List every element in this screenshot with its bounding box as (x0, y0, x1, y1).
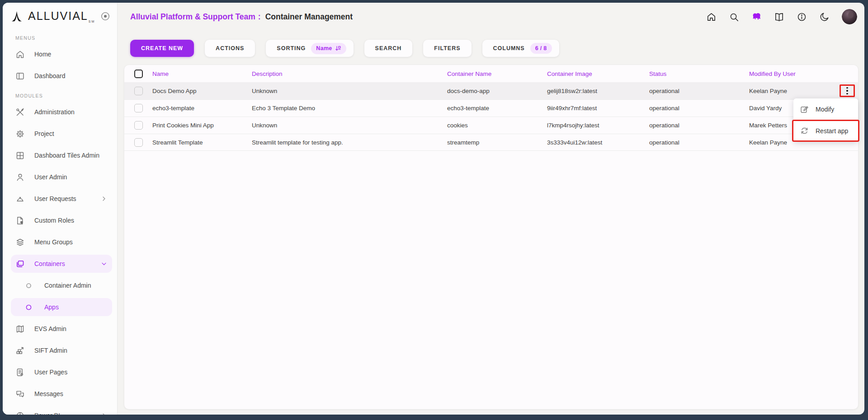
sidebar-item-administration[interactable]: Administration (11, 103, 112, 121)
sidebar-collapse-toggle[interactable] (100, 11, 111, 22)
column-header-container-image[interactable]: Container Image (547, 70, 649, 77)
actions-button[interactable]: ACTIONS (205, 40, 255, 57)
cell-name: Streamlit Template (152, 139, 252, 146)
sidebar-item-custom-roles[interactable]: Custom Roles (11, 211, 112, 229)
sort-descending-icon (335, 45, 341, 52)
sidebar-item-project[interactable]: Project (11, 125, 112, 143)
home-icon (15, 50, 25, 59)
row-context-menu: Modify Restart app (793, 98, 858, 142)
cell-status: operational (649, 122, 749, 129)
sidebar-item-user-requests[interactable]: User Requests (11, 190, 112, 208)
table-header-row: Name Description Container Name Containe… (124, 65, 858, 82)
cell-name: Print Cookies Mini App (152, 122, 252, 129)
pie-chart-icon (15, 411, 25, 415)
radio-circle-icon (24, 303, 33, 312)
context-menu-item-restart-app[interactable]: Restart app (792, 120, 859, 142)
sidebar-item-label: User Pages (34, 369, 67, 376)
sidebar-item-label: Messages (34, 390, 63, 397)
sidebar-item-label: Dashboard Tiles Admin (34, 152, 99, 159)
sidebar-item-container-admin[interactable]: Container Admin (11, 276, 112, 294)
breadcrumb-team: Alluvial Platform & Support Team (130, 12, 255, 21)
sorting-button[interactable]: SORTING Name (266, 40, 353, 57)
sidebar-item-label: Project (34, 130, 54, 137)
sidebar-item-dashboard[interactable]: Dashboard (11, 67, 112, 85)
sidebar-section-modules: MODULES (3, 93, 117, 98)
search-icon[interactable] (729, 12, 739, 22)
row-checkbox[interactable] (134, 121, 143, 130)
sidebar: ALLUVIALSM MENUS Home Dashboard MODULES … (3, 3, 118, 415)
table-row[interactable]: echo3-template Echo 3 Template Demo echo… (124, 99, 858, 117)
cloche-icon (15, 194, 25, 204)
search-button[interactable]: SEARCH (364, 40, 413, 57)
notifications-bells-icon[interactable] (751, 12, 762, 22)
containers-icon (15, 259, 25, 269)
logo-row: ALLUVIALSM (3, 3, 117, 30)
cell-status: operational (649, 88, 749, 94)
tools-icon (15, 107, 25, 117)
columns-button[interactable]: COLUMNS 6 / 8 (482, 40, 559, 57)
document-shield-icon (15, 216, 25, 225)
context-menu-item-modify[interactable]: Modify (793, 98, 858, 120)
cell-container-name: echo3-template (447, 105, 547, 112)
sidebar-item-dashboard-tiles-admin[interactable]: Dashboard Tiles Admin (11, 146, 112, 164)
sidebar-item-user-pages[interactable]: User Pages (11, 363, 112, 381)
cell-container-image: 9iir49xhr7mf:latest (547, 105, 649, 112)
cell-container-name: docs-demo-app (447, 88, 547, 94)
gear-icon (15, 129, 25, 139)
cell-description: Echo 3 Template Demo (252, 105, 447, 112)
breadcrumb: Alluvial Platform & Support Team:Contain… (130, 12, 353, 22)
chat-bubbles-icon (15, 389, 25, 399)
sidebar-section-menus: MENUS (3, 35, 117, 41)
cell-container-name: streamtemp (447, 139, 547, 146)
column-header-status[interactable]: Status (649, 70, 749, 77)
dark-mode-moon-icon[interactable] (819, 12, 830, 22)
table-row[interactable]: Streamlit Template Streamlit template fo… (124, 134, 858, 151)
columns-count-badge: 6 / 8 (530, 43, 552, 54)
sorting-value-badge: Name (311, 43, 346, 54)
sidebar-item-label: Dashboard (34, 72, 66, 79)
alluvial-peak-icon (10, 9, 24, 23)
home-icon[interactable] (706, 12, 717, 22)
sidebar-item-power-bi[interactable]: Power BI (11, 406, 112, 415)
window-frame: ALLUVIALSM MENUS Home Dashboard MODULES … (0, 0, 868, 420)
toolbar: CREATE NEW ACTIONS SORTING Name SEARCH F… (118, 31, 864, 57)
cell-status: operational (649, 105, 749, 112)
page-title: Container Management (265, 12, 353, 21)
filters-button[interactable]: FILTERS (423, 40, 471, 57)
sidebar-item-home[interactable]: Home (11, 45, 112, 63)
sidebar-item-label: Containers (34, 260, 65, 267)
sidebar-item-messages[interactable]: Messages (11, 385, 112, 403)
cell-container-name: cookies (447, 122, 547, 129)
info-icon[interactable] (797, 12, 807, 22)
user-avatar[interactable] (842, 9, 857, 24)
table-row[interactable]: Docs Demo App Unknown docs-demo-app geli… (124, 82, 858, 99)
sidebar-item-containers[interactable]: Containers (11, 255, 112, 273)
sidebar-item-apps[interactable]: Apps (11, 298, 112, 316)
sidebar-item-label: User Admin (34, 173, 67, 181)
context-menu-item-label: Modify (816, 106, 834, 113)
sidebar-item-sift-admin[interactable]: SIFT Admin (11, 341, 112, 359)
chevron-right-icon (100, 195, 108, 202)
cell-name: Docs Demo App (152, 88, 252, 94)
cell-container-image: l7kmp4rsojhy:latest (547, 122, 649, 129)
table-row[interactable]: Print Cookies Mini App Unknown cookies l… (124, 117, 858, 134)
row-checkbox[interactable] (134, 104, 143, 112)
column-header-container-name[interactable]: Container Name (447, 70, 547, 77)
kebab-menu-icon[interactable] (846, 87, 848, 95)
column-header-description[interactable]: Description (252, 70, 447, 77)
brand-name: ALLUVIALSM (28, 9, 95, 23)
sidebar-item-user-admin[interactable]: User Admin (11, 168, 112, 186)
sidebar-item-menu-groups[interactable]: Menu Groups (11, 233, 112, 251)
row-checkbox[interactable] (134, 138, 143, 147)
sidebar-item-label: Menu Groups (34, 238, 73, 246)
column-header-name[interactable]: Name (152, 70, 252, 77)
brand-suffix: SM (89, 20, 95, 23)
create-new-button[interactable]: CREATE NEW (130, 40, 194, 57)
column-header-modified-by-user[interactable]: Modified By User (749, 70, 840, 77)
sidebar-item-evs-admin[interactable]: EVS Admin (11, 320, 112, 338)
row-checkbox[interactable] (134, 87, 143, 95)
topbar: Alluvial Platform & Support Team:Contain… (118, 3, 864, 31)
select-all-checkbox[interactable] (134, 70, 143, 78)
main-content: Alluvial Platform & Support Team:Contain… (118, 3, 864, 415)
documentation-book-icon[interactable] (774, 12, 784, 22)
